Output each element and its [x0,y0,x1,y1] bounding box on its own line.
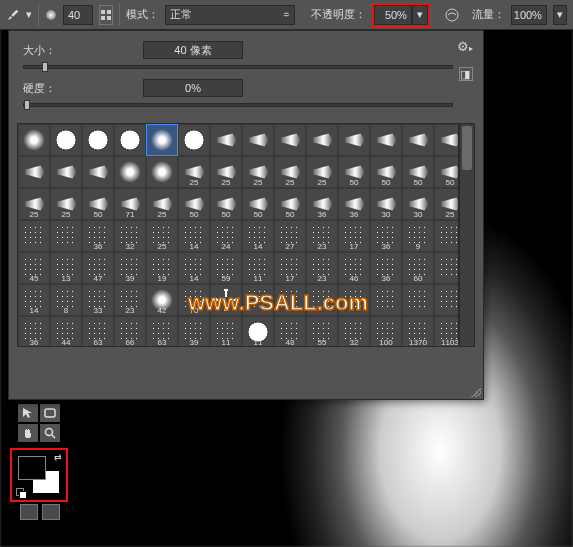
brush-preset[interactable]: 25 [146,188,178,220]
brush-preset[interactable]: 1103 [434,316,459,347]
dropdown-arrow-icon[interactable]: ▾ [26,6,32,24]
brush-preset[interactable]: 9 [402,220,434,252]
brush-preset[interactable]: 60 [402,252,434,284]
brush-preset[interactable]: 70 [178,284,210,316]
brush-preset[interactable]: 44 [50,316,82,347]
brush-preset[interactable]: 23 [114,284,146,316]
brush-preset[interactable] [242,124,274,156]
brush-preset[interactable]: 14 [178,252,210,284]
brush-preset[interactable]: 59 [210,252,242,284]
hand-tool-icon[interactable] [18,424,38,442]
zoom-tool-icon[interactable] [40,424,60,442]
brush-preset[interactable]: 50 [82,188,114,220]
gear-icon[interactable]: ⚙▸ [457,39,473,54]
rectangle-tool-icon[interactable] [40,404,60,422]
scrollbar[interactable] [459,123,475,347]
quick-mask-icon[interactable] [20,504,38,520]
brush-preset[interactable]: 25 [434,188,459,220]
brush-preset[interactable]: 50 [274,188,306,220]
panel-toggle-icon[interactable]: ◨ [459,67,473,81]
brush-preset[interactable]: 11 [210,316,242,347]
brush-preset[interactable]: 11 [242,316,274,347]
brush-preset[interactable]: 36 [18,316,50,347]
hardness-value-field[interactable]: 0% [143,79,243,97]
brush-preset[interactable] [82,124,114,156]
brush-preset[interactable]: 25 [274,156,306,188]
brush-preset[interactable]: 17 [338,220,370,252]
brush-preset[interactable]: 100 [370,316,402,347]
size-value-field[interactable]: 40 像素 [143,41,243,59]
opacity-stepper[interactable]: ▾ [412,5,428,25]
path-selection-tool-icon[interactable] [18,404,38,422]
brush-preset[interactable]: 11 [242,252,274,284]
brush-preset[interactable] [434,284,459,316]
brush-preset[interactable] [402,124,434,156]
brush-preset[interactable] [210,124,242,156]
brush-preset[interactable] [434,124,459,156]
brush-preset[interactable]: 23 [306,252,338,284]
brush-preset[interactable] [338,284,370,316]
hardness-slider[interactable] [23,103,453,107]
brush-panel-toggle-icon[interactable] [99,5,113,25]
brush-preset[interactable] [306,124,338,156]
brush-preset[interactable]: 33 [82,284,114,316]
brush-preset[interactable] [402,284,434,316]
brush-preset[interactable]: 32 [114,220,146,252]
brush-preset[interactable]: 39 [178,316,210,347]
swap-colors-icon[interactable]: ⇄ [54,452,62,462]
brush-preset[interactable] [146,156,178,188]
brush-preset[interactable]: 50 [370,156,402,188]
brush-preset[interactable]: 30 [370,188,402,220]
brush-preset[interactable] [274,284,306,316]
brush-preset[interactable]: 32 [338,316,370,347]
resize-handle-icon[interactable] [471,387,481,397]
brush-preset[interactable] [306,284,338,316]
brush-preset[interactable]: 25 [306,156,338,188]
brush-preset[interactable] [18,124,50,156]
brush-preset[interactable]: 46 [338,252,370,284]
brush-preset[interactable] [18,220,50,252]
brush-preset[interactable] [146,124,178,156]
brush-preset[interactable]: 63 [146,316,178,347]
size-slider[interactable] [23,65,453,69]
brush-preset[interactable]: 50 [210,188,242,220]
brush-preset[interactable]: 50 [178,188,210,220]
brush-preset[interactable]: 71 [114,188,146,220]
brush-preset[interactable]: 25 [50,188,82,220]
brush-preset[interactable]: 50 [242,188,274,220]
brush-preset[interactable] [50,220,82,252]
brush-preset[interactable]: 50 [434,156,459,188]
brush-preset[interactable]: 24 [210,220,242,252]
blend-mode-dropdown[interactable]: 正常 ≑ [165,5,295,25]
brush-size-field[interactable]: 40 [63,5,93,25]
brush-preset[interactable]: 47 [82,252,114,284]
brush-preset[interactable]: 14 [178,220,210,252]
brush-preset[interactable] [114,156,146,188]
brush-preset[interactable]: 36 [370,220,402,252]
brush-preset[interactable] [434,220,459,252]
brush-preset[interactable]: 36 [338,188,370,220]
brush-preset[interactable] [18,156,50,188]
flow-field[interactable]: 100% [511,5,547,25]
brush-preset[interactable]: 50 [402,156,434,188]
brush-preset[interactable]: 8 [50,284,82,316]
brush-preset[interactable]: 1370 [402,316,434,347]
brush-preset[interactable] [114,124,146,156]
brush-preset[interactable]: 14 [18,284,50,316]
brush-preset[interactable]: 50 [338,156,370,188]
brush-preset[interactable] [210,284,242,316]
brush-preset[interactable]: 42 [146,284,178,316]
brush-preset[interactable] [370,284,402,316]
brush-preset[interactable] [274,124,306,156]
flow-stepper[interactable]: ▾ [553,5,567,25]
brush-preset[interactable]: 25 [242,156,274,188]
brush-preset[interactable]: 39 [114,252,146,284]
brush-preset[interactable]: 14 [242,220,274,252]
brush-preset[interactable] [434,252,459,284]
brush-preset[interactable] [338,124,370,156]
brush-preview-icon[interactable] [45,6,57,24]
brush-preset[interactable]: 23 [306,220,338,252]
foreground-color-swatch[interactable] [18,456,46,480]
pressure-opacity-icon[interactable] [444,6,460,24]
brush-preset[interactable]: 66 [114,316,146,347]
